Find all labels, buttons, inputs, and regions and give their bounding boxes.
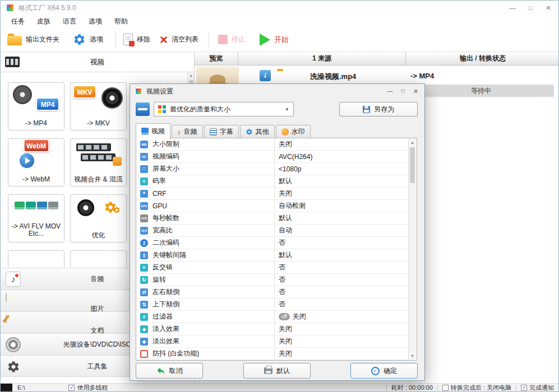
notify-checkbox[interactable]: ✓ (521, 385, 527, 391)
app-logo-icon (6, 3, 15, 12)
profile-selected-value: 最优化的质量和大小 (170, 105, 230, 114)
profile-icon[interactable] (136, 102, 150, 116)
stop-button[interactable]: 停止 (218, 35, 245, 44)
setting-row-fps[interactable]: FPS 每秒帧数 默认 (136, 212, 409, 225)
tab-watermark[interactable]: 水印 (276, 125, 311, 138)
setting-value: <1080p (279, 165, 301, 173)
scroll-down-icon[interactable]: ▼ (409, 352, 416, 360)
dialog-minimize-icon[interactable]: — (384, 85, 396, 97)
minimize-icon[interactable]: — (503, 1, 521, 15)
merge-accent-icon (113, 157, 122, 166)
play-circle-icon (20, 153, 34, 168)
tile-to-mp4[interactable]: MP4 -> MP4 (8, 82, 64, 130)
formats-tile-art (8, 195, 64, 216)
tile-label: -> WebM (10, 176, 63, 183)
scroll-up-icon[interactable]: ▲ (409, 139, 416, 146)
column-preview[interactable]: 预览 (195, 52, 238, 65)
tile-partial[interactable] (70, 250, 127, 267)
webm-badge: WebM (23, 139, 49, 152)
setting-row-fade-out[interactable]: ◆ 淡出效果 关闭 (136, 335, 409, 348)
multithread-checkbox[interactable]: ✓ (68, 385, 75, 391)
tools-gear-icon (6, 359, 21, 374)
quality-profile-select[interactable]: 最优化的质量和大小 ▼ (154, 102, 294, 116)
clear-list-icon: × (160, 34, 168, 46)
setting-label: 上下颠倒 (153, 300, 179, 309)
output-folder-button[interactable]: 输出文件夹 (7, 34, 59, 45)
menu-help[interactable]: 帮助 (108, 16, 134, 27)
options-button[interactable]: 选项 (73, 33, 103, 46)
tile-to-webm[interactable]: WebM -> WebM (8, 138, 64, 186)
setting-row-gpu[interactable]: GPU GPU 自动检测 (136, 200, 409, 212)
tile-label: -> MKV (72, 120, 125, 127)
toolbar-separator (116, 31, 116, 48)
clear-list-button[interactable]: × 清空列表 (160, 34, 198, 46)
dialog-close-icon[interactable]: × (409, 85, 422, 97)
setting-row-stabilize[interactable]: 防抖 (白金功能) 关闭 (136, 348, 409, 360)
bitrate-icon: ≈ (140, 178, 148, 185)
window-title: 格式工厂 X64 5.9.0 (19, 1, 76, 15)
tile-optimize[interactable]: 优化 (70, 194, 127, 242)
elapsed-time: 耗时 : 00:00:00 (391, 384, 433, 392)
category-header: 视频 (1, 52, 194, 72)
setting-row-aspect-ratio[interactable]: 16:9 宽高比 自动 (136, 225, 409, 237)
setting-row-bitrate[interactable]: ≈ 码率 默认 (136, 175, 409, 188)
tab-label: 字幕 (220, 127, 233, 137)
ok-button[interactable]: ✓ 确定 (350, 363, 418, 379)
remove-button[interactable]: 移除 (123, 34, 150, 45)
setting-row-size-limit[interactable]: MB 大小限制 关闭 (136, 138, 409, 151)
task-grid-header: 预览 1 来源 输出 / 转换状态 (195, 52, 559, 66)
scroll-up-icon[interactable]: ▲ (188, 72, 194, 79)
tile-label: -> MP4 (10, 120, 63, 127)
tile-partial[interactable] (8, 250, 64, 267)
setting-row-keyframe-interval[interactable]: || 关键帧间隔 默认 (136, 249, 409, 262)
fps-icon: FPS (140, 214, 148, 222)
cancel-button[interactable]: 取消 (136, 363, 203, 379)
info-icon[interactable]: i (260, 70, 271, 81)
setting-row-fade-in[interactable]: ◆ 淡入效果 关闭 (136, 323, 409, 335)
tile-video-merge[interactable]: 视频合并 & 混流 (70, 138, 127, 186)
profile-grid-icon (158, 105, 166, 113)
tile-to-avi-flv-mov[interactable]: -> AVI FLV MOV Etc... (8, 194, 64, 242)
default-button[interactable]: 默认 (243, 363, 311, 379)
setting-label: 屏幕大小 (153, 164, 179, 174)
setting-row-crf[interactable]: * CRF 关闭 (136, 188, 409, 200)
start-button[interactable]: 开始 (260, 34, 289, 46)
setting-row-two-pass[interactable]: 2 二次编码 否 (136, 237, 409, 249)
tab-other[interactable]: 其他 (240, 125, 275, 138)
maximize-icon[interactable]: □ (521, 1, 539, 15)
setting-row-rotate[interactable]: ↻ 旋转 否 (136, 274, 409, 286)
setting-label: 视频编码 (153, 152, 179, 161)
setting-row-deinterlace[interactable]: ≡ 反交错 否 (136, 262, 409, 274)
setting-value: 默认 (279, 213, 292, 223)
close-icon[interactable]: × (539, 1, 557, 15)
dialog-maximize-icon[interactable]: □ (396, 85, 409, 97)
window-controls: — □ × (503, 1, 557, 15)
tab-video[interactable]: 视频 (136, 123, 170, 139)
settings-scrollbar[interactable]: ▲ ▼ (408, 139, 416, 360)
film-strip-icon (81, 153, 116, 161)
setting-row-flip-vertical[interactable]: ⇅ 上下颠倒 否 (136, 298, 409, 311)
video-encode-icon: VC (140, 153, 148, 161)
scroll-thumb[interactable] (410, 147, 415, 183)
setting-row-video-encode[interactable]: VC 视频编码 AVC(H264) (136, 151, 409, 163)
column-output-status[interactable]: 输出 / 转换状态 (406, 52, 559, 65)
mkv-badge: MKV (73, 85, 96, 99)
tab-label: 水印 (292, 127, 305, 137)
off-toggle-badge[interactable]: off (279, 313, 290, 320)
column-source[interactable]: 1 来源 (238, 52, 406, 65)
output-drive-label: E:\ (17, 384, 25, 391)
menu-skin[interactable]: 皮肤 (31, 16, 57, 27)
setting-row-flip-horizontal[interactable]: ⇄ 左右颠倒 否 (136, 286, 409, 298)
menu-language[interactable]: 语言 (57, 16, 82, 27)
stabilize-icon (140, 350, 148, 358)
setting-row-filter[interactable]: # 过滤器 off 关闭 (136, 311, 409, 323)
tab-audio[interactable]: ♪ 音频 (172, 125, 203, 138)
shutdown-after-checkbox[interactable] (442, 385, 449, 391)
setting-row-screen-size[interactable]: □ 屏幕大小 <1080p (136, 163, 409, 175)
menu-options[interactable]: 选项 (82, 16, 108, 27)
tab-subtitle[interactable]: 字幕 (204, 125, 239, 138)
shutdown-after-label: 转换完成后 : 关闭电脑 (451, 384, 511, 392)
save-as-button[interactable]: 另存为 (339, 102, 418, 116)
tile-to-mkv[interactable]: MKV -> MKV (70, 82, 127, 130)
menu-task[interactable]: 任务 (5, 16, 31, 27)
